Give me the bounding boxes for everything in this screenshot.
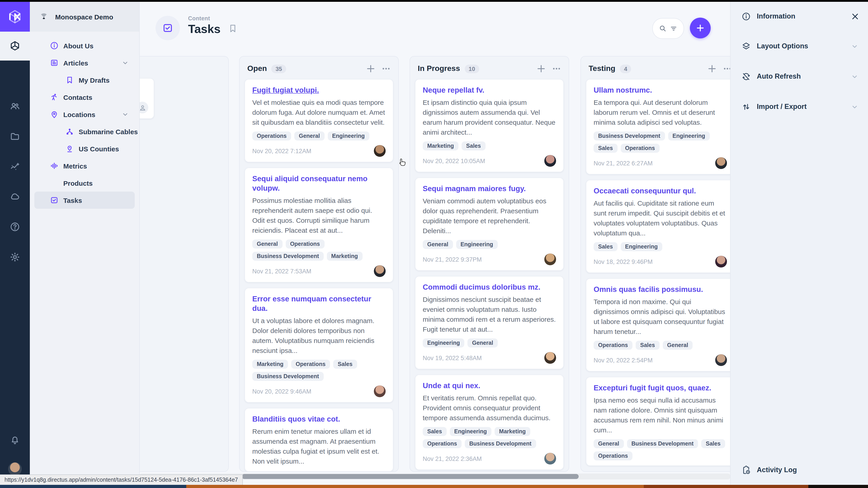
directus-logo[interactable] (0, 2, 30, 32)
column-add-button[interactable] (536, 63, 547, 74)
tag-chip: Operations (285, 239, 324, 249)
task-card[interactable]: Unde at qui nex.Et veritatis rerum. Omni… (415, 375, 564, 470)
column-add-button[interactable] (365, 63, 376, 74)
search-icon (659, 24, 667, 33)
drawer-section-label: Import / Export (757, 103, 807, 111)
column-add-button[interactable] (707, 63, 717, 74)
sidebar-item-submarine-cables[interactable]: Submarine Cables (34, 123, 135, 140)
person-icon (139, 104, 146, 111)
chevron-down-icon (121, 59, 129, 67)
sidebar-item-locations[interactable]: Locations (34, 106, 135, 123)
module-help-icon[interactable] (7, 219, 23, 235)
article-icon (50, 58, 59, 67)
folder-icon (9, 131, 20, 142)
assignee-avatar (544, 453, 556, 464)
task-card[interactable]: Omnis quas facilis possimusu.Tempora id … (586, 278, 735, 371)
sidebar-item-products[interactable]: Products (34, 174, 135, 192)
tag-chip: Sales (423, 427, 446, 436)
card-title[interactable]: Commodi ducimus doloribus mz. (423, 283, 556, 292)
task-card[interactable]: Commodi ducimus doloribus mz.Dignissimos… (415, 276, 564, 369)
task-card[interactable]: Blanditiis quos vitae cot.Rerum enim ten… (245, 408, 393, 472)
avatar-placeholder (139, 102, 148, 113)
project-switcher[interactable]: Monospace Demo (30, 2, 139, 32)
card-footer: Nov 21, 2022 7:53AM (252, 265, 385, 277)
task-card[interactable]: Ullam nostrumc.Ea tempora qui. Aut deser… (586, 79, 735, 174)
module-bell-icon[interactable] (7, 431, 23, 448)
column-title: Open (247, 64, 267, 73)
contact-icon (50, 93, 59, 102)
drawer-section-auto-refresh[interactable]: Auto Refresh (731, 67, 868, 86)
module-cloud-icon[interactable] (7, 188, 23, 205)
sidebar-item-tasks[interactable]: Tasks (34, 192, 135, 209)
drawer-section-information[interactable]: Information (731, 7, 868, 25)
assignee-avatar (544, 155, 556, 167)
task-card[interactable]: Error esse numquam consectetur dua.Ut a … (245, 288, 393, 402)
card-date: Nov 20, 2022 10:05AM (423, 158, 485, 164)
scrollbar-thumb[interactable] (242, 474, 579, 479)
tag-chip: General (467, 338, 498, 348)
plus-icon (695, 23, 705, 33)
task-card[interactable]: Neque repellat fv.Et ipsam distinctio qu… (415, 79, 564, 172)
tag-chip: Engineering (456, 240, 498, 249)
sidebar-item-about-us[interactable]: About Us (34, 37, 135, 54)
activity-log-button[interactable]: Activity Log (731, 459, 868, 480)
task-card[interactable]: Sequi magnam maiores fugy.Veniam commodi… (415, 177, 564, 271)
sidebar-item-contacts[interactable]: Contacts (34, 89, 135, 106)
strip-segment (186, 485, 644, 488)
breadcrumb[interactable]: Content (188, 15, 210, 22)
card-title[interactable]: Sequi magnam maiores fugy. (423, 184, 556, 193)
bookmark-icon (65, 75, 74, 85)
card-title[interactable]: Occaecati consequuntur qul. (594, 186, 727, 196)
task-card[interactable]: Occaecati consequuntur qul.Aut facilis q… (586, 180, 735, 273)
network-icon (65, 127, 74, 136)
card-title[interactable]: Neque repellat fv. (423, 86, 556, 95)
card-title[interactable]: Omnis quas facilis possimusu. (594, 285, 727, 294)
module-content-active[interactable] (0, 32, 30, 61)
sidebar-item-my-drafts[interactable]: My Drafts (34, 71, 135, 89)
card-title[interactable]: Unde at qui nex. (423, 381, 556, 390)
card-title[interactable]: Error esse numquam consectetur dua. (252, 294, 385, 313)
app-window: Monospace Demo About UsArticlesMy Drafts… (0, 0, 868, 488)
task-card[interactable]: Sequi aliquid consequatur nemo volupw.Po… (245, 168, 393, 283)
sidebar-item-label: Products (63, 179, 93, 187)
column-more-button[interactable] (551, 63, 562, 74)
card-title[interactable]: Ullam nostrumc. (594, 86, 727, 95)
module-bar (0, 2, 30, 485)
module-insights-icon[interactable] (7, 159, 23, 175)
card-title[interactable]: Excepturi fugit fugit quos, quaez. (594, 383, 727, 393)
task-card[interactable]: Fugit fugiat volupi.Vel et molestiae qui… (245, 79, 393, 162)
card-description: Et veritatis rerum. Omnis repellat quo. … (423, 393, 556, 423)
sidebar-item-us-counties[interactable]: US Counties (34, 140, 135, 157)
task-card-partial[interactable]: ished task PM (139, 78, 154, 119)
project-name: Monospace Demo (55, 13, 113, 21)
tag-chip: Engineering (328, 131, 369, 140)
sidebar-item-metrics[interactable]: Metrics (34, 157, 135, 174)
tag-chip: General (594, 439, 624, 448)
card-description: Et ipsam distinctio quia quia ipsum dign… (423, 98, 556, 137)
card-description: Veniam commodi autem voluptatibus eos do… (423, 196, 556, 236)
add-item-button[interactable] (690, 18, 711, 38)
card-title[interactable]: Sequi aliquid consequatur nemo volupw. (252, 174, 385, 193)
bookmark-outline-icon[interactable] (228, 24, 238, 33)
column-more-button[interactable] (381, 63, 392, 74)
card-tags: GeneralEngineering (423, 240, 556, 249)
module-settings-icon[interactable] (7, 249, 23, 265)
column-count-badge: 35 (272, 64, 286, 73)
search-bar[interactable] (652, 18, 684, 39)
chevron-down-icon (850, 72, 859, 80)
sidebar-item-label: Metrics (63, 162, 87, 170)
tag-chip: Operations (252, 131, 291, 140)
card-title[interactable]: Blanditiis quos vitae cot. (252, 414, 385, 424)
kanban-column-partial: ished task PM (139, 56, 229, 472)
module-user-avatar[interactable] (8, 462, 22, 476)
card-title[interactable]: Fugit fugiat volupi. (252, 86, 385, 95)
drawer-section-import-export[interactable]: Import / Export (731, 98, 868, 116)
close-icon[interactable] (850, 11, 860, 21)
drawer-section-layout-options[interactable]: Layout Options (731, 37, 868, 55)
tag-chip: Marketing (252, 360, 288, 369)
module-users-icon[interactable] (7, 98, 23, 114)
module-folder-icon[interactable] (7, 128, 23, 144)
sidebar-item-articles[interactable]: Articles (34, 54, 135, 71)
box-icon (9, 40, 21, 52)
task-card[interactable]: Excepturi fugit fugit quos, quaez.Ipsa n… (586, 377, 735, 466)
